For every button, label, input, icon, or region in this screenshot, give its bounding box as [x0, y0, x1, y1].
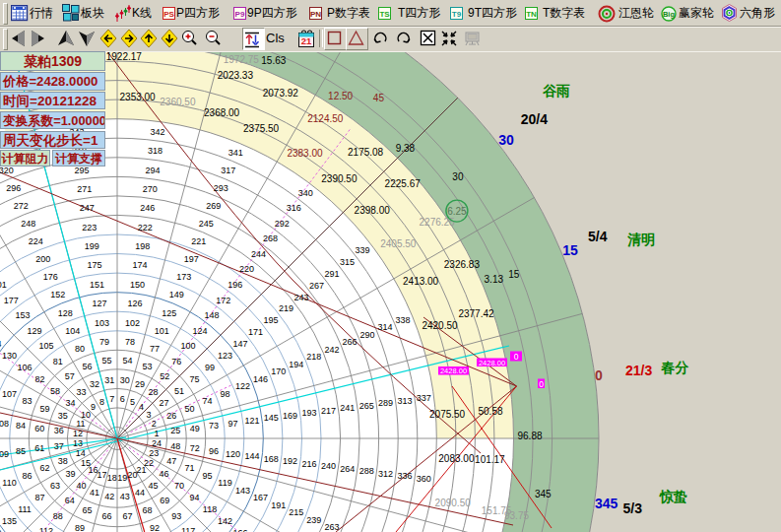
svg-text:122: 122 — [235, 381, 250, 391]
svg-text:341: 341 — [228, 148, 243, 158]
svg-text:32: 32 — [90, 379, 99, 389]
svg-text:117: 117 — [181, 526, 195, 532]
svg-text:2: 2 — [152, 419, 157, 429]
svg-text:146: 146 — [253, 374, 268, 384]
svg-text:171: 171 — [248, 327, 263, 337]
svg-text:71: 71 — [184, 463, 194, 473]
svg-text:62: 62 — [40, 463, 50, 473]
svg-text:63: 63 — [50, 481, 60, 491]
svg-text:2353.00: 2353.00 — [120, 92, 157, 102]
svg-text:73: 73 — [209, 421, 219, 431]
svg-text:48: 48 — [170, 441, 180, 451]
svg-text:50.58: 50.58 — [478, 406, 502, 417]
svg-text:176: 176 — [43, 272, 58, 282]
svg-text:295: 295 — [75, 166, 90, 175]
svg-text:159: 159 — [0, 528, 2, 532]
svg-text:345: 345 — [535, 489, 552, 499]
svg-text:245: 245 — [199, 219, 214, 229]
svg-text:292: 292 — [275, 219, 290, 229]
svg-text:145: 145 — [264, 413, 279, 423]
svg-text:39: 39 — [65, 469, 75, 479]
svg-text:29: 29 — [135, 379, 145, 389]
svg-text:172: 172 — [216, 296, 230, 305]
svg-text:2124.50: 2124.50 — [307, 113, 344, 124]
svg-text:127: 127 — [92, 299, 106, 308]
svg-text:336: 336 — [397, 471, 412, 481]
svg-text:317: 317 — [221, 166, 235, 175]
svg-text:55: 55 — [102, 356, 112, 366]
svg-text:263: 263 — [324, 522, 339, 532]
svg-text:84: 84 — [16, 421, 26, 431]
svg-text:96: 96 — [209, 446, 219, 456]
svg-text:196: 196 — [228, 280, 242, 290]
svg-text:2377.42: 2377.42 — [458, 308, 494, 319]
svg-text:128: 128 — [58, 308, 73, 318]
svg-text:166: 166 — [232, 528, 247, 532]
svg-text:272: 272 — [14, 201, 29, 211]
svg-text:2390.50: 2390.50 — [321, 173, 358, 184]
svg-text:64: 64 — [65, 496, 75, 505]
svg-text:40: 40 — [77, 481, 87, 491]
svg-text:1922.17: 1922.17 — [106, 51, 143, 62]
svg-text:97: 97 — [228, 419, 237, 429]
svg-text:221: 221 — [191, 236, 206, 246]
svg-text:315: 315 — [340, 257, 355, 267]
svg-text:88: 88 — [53, 511, 63, 521]
svg-text:7: 7 — [109, 394, 114, 404]
svg-text:342: 342 — [150, 127, 164, 137]
svg-text:清明: 清明 — [627, 232, 655, 247]
svg-text:2073.92: 2073.92 — [263, 88, 299, 99]
svg-text:23: 23 — [149, 448, 159, 458]
svg-text:0: 0 — [514, 352, 519, 362]
svg-text:102: 102 — [125, 318, 140, 328]
svg-text:98: 98 — [220, 389, 229, 399]
svg-text:6: 6 — [120, 394, 125, 404]
svg-text:21: 21 — [301, 35, 312, 46]
svg-text:121: 121 — [244, 416, 259, 426]
svg-text:92: 92 — [150, 523, 160, 532]
svg-text:244: 244 — [251, 249, 266, 259]
svg-text:66: 66 — [102, 511, 112, 521]
svg-text:222: 222 — [138, 223, 153, 233]
svg-text:101.17: 101.17 — [475, 454, 505, 465]
svg-text:35: 35 — [58, 411, 68, 421]
svg-text:89: 89 — [75, 523, 85, 532]
svg-text:151: 151 — [90, 280, 104, 290]
svg-text:268: 268 — [263, 233, 278, 243]
svg-text:2175.08: 2175.08 — [348, 147, 384, 158]
svg-text:200: 200 — [35, 254, 50, 264]
svg-text:25: 25 — [170, 426, 180, 435]
svg-text:8: 8 — [99, 397, 104, 407]
svg-text:21/3: 21/3 — [625, 363, 652, 378]
svg-text:289: 289 — [378, 398, 393, 408]
svg-text:2413.00: 2413.00 — [403, 276, 439, 287]
svg-text:17: 17 — [98, 470, 107, 480]
svg-text:56: 56 — [83, 362, 93, 371]
svg-text:170: 170 — [271, 366, 286, 376]
svg-text:81: 81 — [53, 357, 63, 366]
svg-text:87: 87 — [34, 493, 44, 502]
svg-text:174: 174 — [133, 260, 148, 270]
svg-text:2225.67: 2225.67 — [385, 178, 422, 189]
svg-text:30: 30 — [498, 132, 514, 148]
svg-text:95: 95 — [202, 471, 212, 481]
svg-text:46: 46 — [159, 469, 168, 479]
svg-text:360: 360 — [417, 474, 431, 484]
svg-text:54: 54 — [122, 356, 132, 366]
svg-text:6.25: 6.25 — [447, 206, 467, 217]
svg-text:345: 345 — [595, 496, 618, 511]
svg-text:318: 318 — [148, 146, 163, 156]
svg-text:9.38: 9.38 — [396, 143, 416, 154]
svg-text:119: 119 — [218, 478, 231, 488]
svg-text:3: 3 — [146, 410, 151, 420]
svg-text:15: 15 — [562, 242, 578, 258]
svg-text:78: 78 — [125, 337, 135, 347]
svg-text:94: 94 — [189, 493, 199, 502]
svg-text:2368.00: 2368.00 — [204, 107, 240, 118]
svg-text:118: 118 — [203, 504, 217, 514]
svg-text:108: 108 — [0, 419, 9, 429]
svg-text:0: 0 — [539, 379, 544, 389]
svg-text:105: 105 — [38, 341, 53, 351]
svg-text:201: 201 — [0, 280, 7, 290]
svg-text:5/3: 5/3 — [622, 500, 642, 516]
